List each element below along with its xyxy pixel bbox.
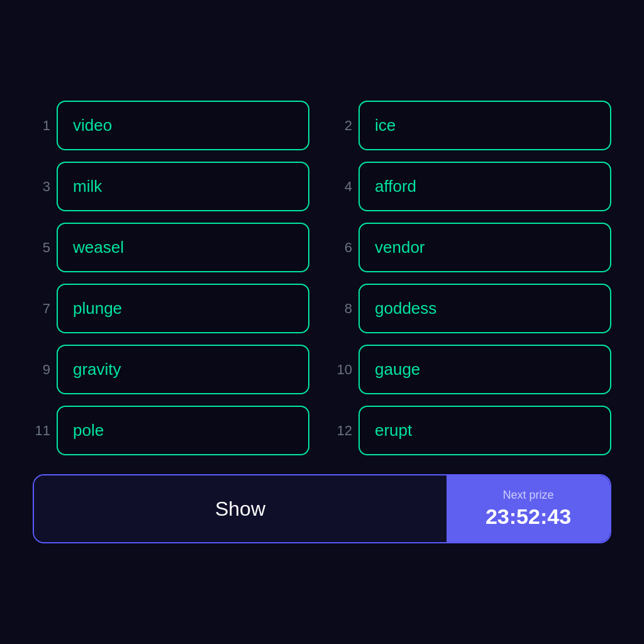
word-number-12: 12 xyxy=(335,423,352,439)
word-box-3[interactable]: milk xyxy=(57,162,309,211)
word-box-1[interactable]: video xyxy=(57,101,309,150)
word-number-9: 9 xyxy=(33,362,50,378)
word-box-12[interactable]: erupt xyxy=(358,406,611,455)
word-box-5[interactable]: weasel xyxy=(57,223,309,272)
next-prize-timer: 23:52:43 xyxy=(486,504,571,529)
word-item-11: 11 pole xyxy=(33,406,309,455)
word-number-6: 6 xyxy=(335,240,352,256)
next-prize-label: Next prize xyxy=(502,489,553,502)
word-box-7[interactable]: plunge xyxy=(57,284,309,333)
word-item-4: 4 afford xyxy=(335,162,611,211)
word-item-10: 10 gauge xyxy=(335,345,611,394)
main-container: 1 video 2 ice 3 milk 4 afford 5 weasel 6… xyxy=(20,88,624,556)
word-box-9[interactable]: gravity xyxy=(57,345,309,394)
word-number-3: 3 xyxy=(33,179,50,195)
word-item-2: 2 ice xyxy=(335,101,611,150)
word-box-10[interactable]: gauge xyxy=(358,345,611,394)
word-number-5: 5 xyxy=(33,240,50,256)
show-button-label: Show xyxy=(215,497,265,521)
word-item-1: 1 video xyxy=(33,101,309,150)
word-number-7: 7 xyxy=(33,301,50,317)
word-box-8[interactable]: goddess xyxy=(358,284,611,333)
word-number-2: 2 xyxy=(335,118,352,134)
next-prize-panel: Next prize 23:52:43 xyxy=(447,475,610,542)
word-item-3: 3 milk xyxy=(33,162,309,211)
word-item-5: 5 weasel xyxy=(33,223,309,272)
word-box-2[interactable]: ice xyxy=(358,101,611,150)
word-box-11[interactable]: pole xyxy=(57,406,309,455)
word-grid: 1 video 2 ice 3 milk 4 afford 5 weasel 6… xyxy=(33,101,611,455)
word-number-1: 1 xyxy=(33,118,50,134)
bottom-bar: Show Next prize 23:52:43 xyxy=(33,474,611,543)
word-number-10: 10 xyxy=(335,362,352,378)
word-item-9: 9 gravity xyxy=(33,345,309,394)
word-box-6[interactable]: vendor xyxy=(358,223,611,272)
word-box-4[interactable]: afford xyxy=(358,162,611,211)
word-number-8: 8 xyxy=(335,301,352,317)
word-item-6: 6 vendor xyxy=(335,223,611,272)
word-item-12: 12 erupt xyxy=(335,406,611,455)
word-item-7: 7 plunge xyxy=(33,284,309,333)
word-item-8: 8 goddess xyxy=(335,284,611,333)
show-button[interactable]: Show xyxy=(34,475,447,542)
word-number-11: 11 xyxy=(33,423,50,439)
word-number-4: 4 xyxy=(335,179,352,195)
